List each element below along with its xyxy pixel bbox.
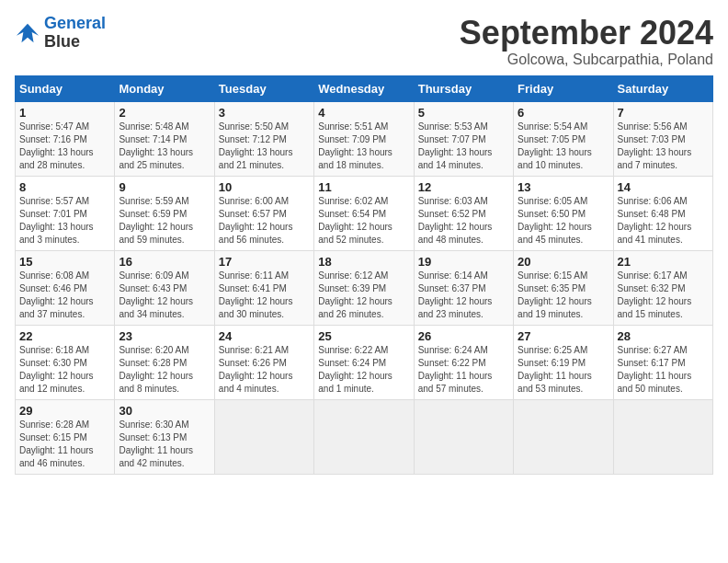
day-number: 13 — [518, 180, 609, 194]
calendar-cell: 2Sunrise: 5:48 AMSunset: 7:14 PMDaylight… — [115, 101, 214, 176]
col-thursday: Thursday — [414, 75, 513, 101]
day-number: 27 — [518, 329, 609, 343]
day-number: 24 — [219, 329, 310, 343]
day-number: 26 — [418, 329, 509, 343]
col-tuesday: Tuesday — [214, 75, 313, 101]
calendar-cell: 9Sunrise: 5:59 AMSunset: 6:59 PMDaylight… — [115, 176, 214, 250]
day-info: Sunrise: 5:59 AMSunset: 6:59 PMDaylight:… — [119, 195, 210, 247]
subtitle: Golcowa, Subcarpathia, Poland — [460, 52, 713, 68]
calendar-cell: 30Sunrise: 6:30 AMSunset: 6:13 PMDayligh… — [115, 399, 214, 474]
day-info: Sunrise: 6:02 AMSunset: 6:54 PMDaylight:… — [318, 195, 409, 247]
day-info: Sunrise: 6:11 AMSunset: 6:41 PMDaylight:… — [219, 270, 310, 321]
day-number: 2 — [119, 106, 210, 120]
calendar-cell: 19Sunrise: 6:14 AMSunset: 6:37 PMDayligh… — [414, 250, 513, 325]
calendar-cell: 12Sunrise: 6:03 AMSunset: 6:52 PMDayligh… — [414, 176, 513, 250]
calendar-cell: 18Sunrise: 6:12 AMSunset: 6:39 PMDayligh… — [314, 250, 414, 325]
calendar-cell: 4Sunrise: 5:51 AMSunset: 7:09 PMDaylight… — [314, 101, 414, 176]
day-number: 6 — [518, 106, 609, 120]
day-info: Sunrise: 5:53 AMSunset: 7:07 PMDaylight:… — [418, 121, 509, 172]
day-info: Sunrise: 5:54 AMSunset: 7:05 PMDaylight:… — [518, 121, 609, 172]
day-info: Sunrise: 6:12 AMSunset: 6:39 PMDaylight:… — [318, 270, 409, 321]
calendar-cell: 29Sunrise: 6:28 AMSunset: 6:15 PMDayligh… — [16, 399, 115, 474]
day-number: 20 — [518, 255, 609, 269]
day-number: 19 — [418, 255, 509, 269]
day-info: Sunrise: 5:47 AMSunset: 7:16 PMDaylight:… — [19, 121, 110, 172]
calendar-cell: 10Sunrise: 6:00 AMSunset: 6:57 PMDayligh… — [214, 176, 313, 250]
day-info: Sunrise: 5:50 AMSunset: 7:12 PMDaylight:… — [219, 121, 310, 172]
day-info: Sunrise: 6:25 AMSunset: 6:19 PMDaylight:… — [518, 344, 609, 396]
calendar-cell: 11Sunrise: 6:02 AMSunset: 6:54 PMDayligh… — [314, 176, 414, 250]
calendar-row: 8Sunrise: 5:57 AMSunset: 7:01 PMDaylight… — [16, 176, 713, 250]
col-friday: Friday — [514, 75, 613, 101]
day-info: Sunrise: 6:20 AMSunset: 6:28 PMDaylight:… — [119, 344, 210, 396]
day-number: 28 — [618, 329, 709, 343]
calendar-row: 29Sunrise: 6:28 AMSunset: 6:15 PMDayligh… — [16, 399, 713, 474]
header: GeneralBlue September 2024 Golcowa, Subc… — [15, 15, 713, 68]
title-block: September 2024 Golcowa, Subcarpathia, Po… — [460, 15, 713, 68]
day-info: Sunrise: 5:56 AMSunset: 7:03 PMDaylight:… — [618, 121, 709, 172]
day-info: Sunrise: 6:30 AMSunset: 6:13 PMDaylight:… — [119, 419, 210, 470]
logo-icon — [15, 20, 40, 46]
calendar-cell: 5Sunrise: 5:53 AMSunset: 7:07 PMDaylight… — [414, 101, 513, 176]
day-number: 22 — [19, 329, 110, 343]
day-info: Sunrise: 6:03 AMSunset: 6:52 PMDaylight:… — [418, 195, 509, 247]
day-info: Sunrise: 6:17 AMSunset: 6:32 PMDaylight:… — [618, 270, 709, 321]
calendar-cell: 20Sunrise: 6:15 AMSunset: 6:35 PMDayligh… — [514, 250, 613, 325]
calendar-cell — [414, 399, 513, 474]
day-number: 7 — [618, 106, 709, 120]
svg-marker-0 — [17, 24, 39, 43]
calendar-cell: 26Sunrise: 6:24 AMSunset: 6:22 PMDayligh… — [414, 325, 513, 399]
calendar-cell — [214, 399, 313, 474]
day-info: Sunrise: 6:18 AMSunset: 6:30 PMDaylight:… — [19, 344, 110, 396]
day-number: 16 — [119, 255, 210, 269]
day-number: 29 — [19, 404, 110, 418]
day-number: 4 — [318, 106, 409, 120]
calendar-cell: 13Sunrise: 6:05 AMSunset: 6:50 PMDayligh… — [514, 176, 613, 250]
col-wednesday: Wednesday — [314, 75, 414, 101]
day-info: Sunrise: 6:14 AMSunset: 6:37 PMDaylight:… — [418, 270, 509, 321]
calendar-row: 15Sunrise: 6:08 AMSunset: 6:46 PMDayligh… — [16, 250, 713, 325]
month-title: September 2024 — [460, 15, 713, 52]
header-row: Sunday Monday Tuesday Wednesday Thursday… — [16, 75, 713, 101]
day-number: 3 — [219, 106, 310, 120]
calendar-cell: 14Sunrise: 6:06 AMSunset: 6:48 PMDayligh… — [613, 176, 712, 250]
day-info: Sunrise: 6:05 AMSunset: 6:50 PMDaylight:… — [518, 195, 609, 247]
col-saturday: Saturday — [613, 75, 712, 101]
calendar-row: 22Sunrise: 6:18 AMSunset: 6:30 PMDayligh… — [16, 325, 713, 399]
logo: GeneralBlue — [15, 15, 106, 52]
calendar-cell: 23Sunrise: 6:20 AMSunset: 6:28 PMDayligh… — [115, 325, 214, 399]
calendar-cell — [613, 399, 712, 474]
day-number: 21 — [618, 255, 709, 269]
day-info: Sunrise: 6:28 AMSunset: 6:15 PMDaylight:… — [19, 419, 110, 470]
day-info: Sunrise: 6:22 AMSunset: 6:24 PMDaylight:… — [318, 344, 409, 396]
calendar-cell: 15Sunrise: 6:08 AMSunset: 6:46 PMDayligh… — [16, 250, 115, 325]
day-info: Sunrise: 5:48 AMSunset: 7:14 PMDaylight:… — [119, 121, 210, 172]
day-number: 17 — [219, 255, 310, 269]
calendar-cell: 1Sunrise: 5:47 AMSunset: 7:16 PMDaylight… — [16, 101, 115, 176]
calendar-cell: 21Sunrise: 6:17 AMSunset: 6:32 PMDayligh… — [613, 250, 712, 325]
day-info: Sunrise: 6:24 AMSunset: 6:22 PMDaylight:… — [418, 344, 509, 396]
day-info: Sunrise: 5:57 AMSunset: 7:01 PMDaylight:… — [19, 195, 110, 247]
day-info: Sunrise: 6:09 AMSunset: 6:43 PMDaylight:… — [119, 270, 210, 321]
day-number: 18 — [318, 255, 409, 269]
page-container: GeneralBlue September 2024 Golcowa, Subc… — [0, 0, 728, 482]
day-info: Sunrise: 6:21 AMSunset: 6:26 PMDaylight:… — [219, 344, 310, 396]
calendar-cell: 28Sunrise: 6:27 AMSunset: 6:17 PMDayligh… — [613, 325, 712, 399]
calendar-cell: 7Sunrise: 5:56 AMSunset: 7:03 PMDaylight… — [613, 101, 712, 176]
day-info: Sunrise: 6:08 AMSunset: 6:46 PMDaylight:… — [19, 270, 110, 321]
calendar-cell: 6Sunrise: 5:54 AMSunset: 7:05 PMDaylight… — [514, 101, 613, 176]
calendar-cell: 27Sunrise: 6:25 AMSunset: 6:19 PMDayligh… — [514, 325, 613, 399]
day-info: Sunrise: 5:51 AMSunset: 7:09 PMDaylight:… — [318, 121, 409, 172]
calendar-cell: 3Sunrise: 5:50 AMSunset: 7:12 PMDaylight… — [214, 101, 313, 176]
day-info: Sunrise: 6:06 AMSunset: 6:48 PMDaylight:… — [618, 195, 709, 247]
day-number: 12 — [418, 180, 509, 194]
day-number: 30 — [119, 404, 210, 418]
day-number: 5 — [418, 106, 509, 120]
day-number: 15 — [19, 255, 110, 269]
day-number: 9 — [119, 180, 210, 194]
calendar-cell — [314, 399, 414, 474]
calendar-cell: 22Sunrise: 6:18 AMSunset: 6:30 PMDayligh… — [16, 325, 115, 399]
day-number: 23 — [119, 329, 210, 343]
calendar-table: Sunday Monday Tuesday Wednesday Thursday… — [15, 75, 713, 475]
day-number: 1 — [19, 106, 110, 120]
